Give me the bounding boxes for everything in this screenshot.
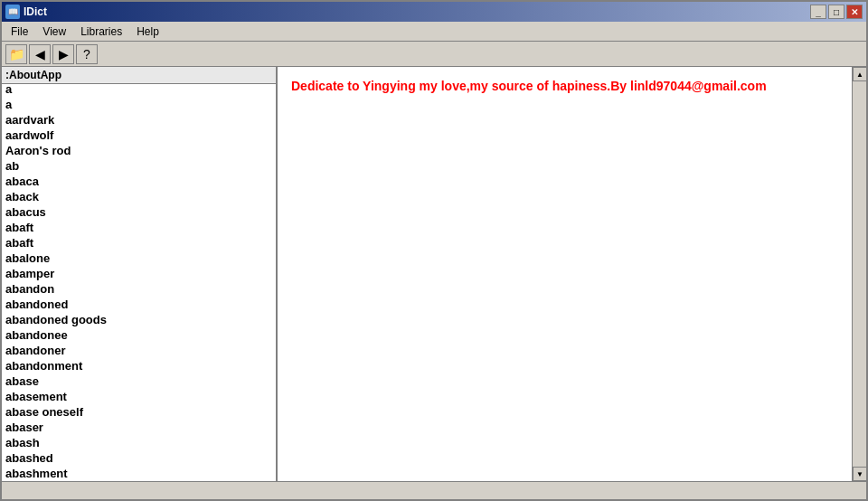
list-item[interactable]: abandoned (2, 297, 276, 312)
list-item[interactable]: a (2, 97, 276, 112)
right-scrollbar: ▲ ▼ (852, 67, 866, 481)
list-item[interactable]: abase oneself (2, 404, 276, 420)
help-button[interactable]: ? (76, 44, 98, 64)
list-item[interactable]: Aaron's rod (2, 143, 276, 158)
list-item[interactable]: abashed (2, 450, 276, 466)
toolbar: 📁 ◀ ▶ ? (2, 42, 866, 67)
menu-file[interactable]: File (4, 24, 35, 40)
status-bar (2, 481, 866, 499)
menu-help[interactable]: Help (129, 24, 166, 40)
list-item[interactable]: abaft (2, 235, 276, 250)
dedication-text: Dedicate to Yingying my love,my source o… (291, 79, 767, 93)
list-item[interactable]: abashment (2, 466, 276, 481)
close-button[interactable]: ✕ (846, 5, 863, 19)
menu-view[interactable]: View (35, 24, 73, 40)
back-button[interactable]: ◀ (29, 44, 51, 64)
list-item[interactable]: aardwolf (2, 128, 276, 143)
title-bar-left: 📖 IDict (5, 5, 47, 19)
list-item[interactable]: abandoner (2, 343, 276, 358)
folder-button[interactable]: 📁 (5, 44, 27, 64)
menu-bar: File View Libraries Help (2, 22, 866, 42)
list-item[interactable]: abaca (2, 174, 276, 189)
list-item[interactable]: a (2, 84, 276, 97)
window-title: IDict (24, 5, 47, 18)
list-item[interactable]: abash (2, 435, 276, 450)
minimize-button[interactable]: _ (810, 5, 826, 19)
list-item[interactable]: abasement (2, 389, 276, 404)
menu-libraries[interactable]: Libraries (73, 24, 129, 40)
word-list[interactable]: 1000 η λ ε κ τ ρ ι κ II μ α ν ι δ ε ι ε … (2, 84, 276, 481)
definition-text: Dedicate to Yingying my love,my source o… (278, 67, 866, 481)
list-item[interactable]: abandon (2, 281, 276, 297)
list-item[interactable]: abandonment (2, 358, 276, 373)
list-item[interactable]: abaft (2, 220, 276, 235)
list-item[interactable]: aback (2, 189, 276, 204)
list-item[interactable]: abacus (2, 204, 276, 220)
list-item[interactable]: abandoned goods (2, 312, 276, 327)
title-bar: 📖 IDict _ □ ✕ (2, 2, 866, 22)
definition-panel: Dedicate to Yingying my love,my source o… (278, 67, 866, 481)
scroll-down-button[interactable]: ▼ (853, 467, 866, 481)
main-window: 📖 IDict _ □ ✕ File View Libraries Help 📁… (0, 0, 868, 501)
scroll-up-button[interactable]: ▲ (853, 67, 866, 81)
app-icon: 📖 (5, 5, 20, 19)
list-item[interactable]: abandonee (2, 327, 276, 343)
list-item[interactable]: abalone (2, 250, 276, 266)
list-item[interactable]: ab (2, 158, 276, 174)
scroll-track[interactable] (853, 81, 866, 467)
list-item[interactable]: abase (2, 373, 276, 389)
panel-header: :AboutApp (2, 67, 276, 84)
list-item[interactable]: abamper (2, 266, 276, 281)
list-item[interactable]: abaser (2, 420, 276, 435)
word-list-panel: :AboutApp 1000 η λ ε κ τ ρ ι κ II μ α ν … (2, 67, 278, 481)
list-item[interactable]: aardvark (2, 112, 276, 128)
forward-button[interactable]: ▶ (52, 44, 74, 64)
window-controls: _ □ ✕ (810, 5, 863, 19)
maximize-button[interactable]: □ (828, 5, 844, 19)
content-area: :AboutApp 1000 η λ ε κ τ ρ ι κ II μ α ν … (2, 67, 866, 481)
